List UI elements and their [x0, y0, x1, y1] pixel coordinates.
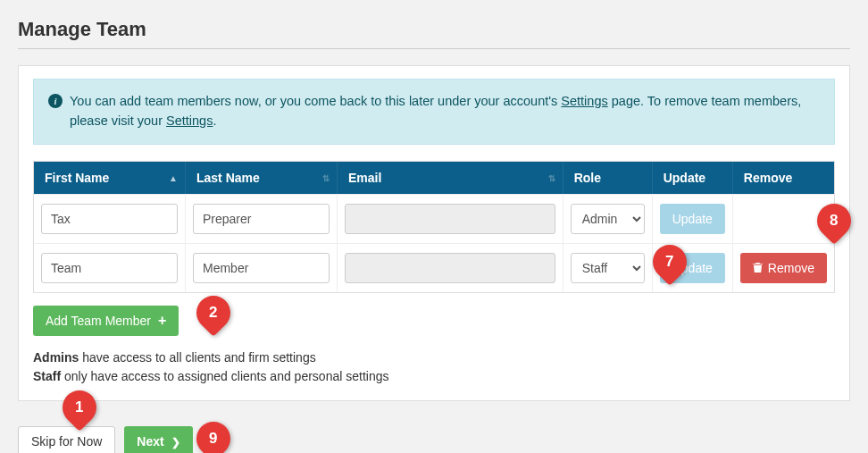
team-table: First Name▲ Last Name⇅ Email⇅ Role Updat… — [33, 161, 835, 293]
page-title: Manage Team — [18, 18, 850, 41]
table-row: Admin Staff Update — [34, 194, 834, 243]
last-name-input[interactable] — [193, 253, 330, 283]
skip-button[interactable]: Skip for Now — [18, 426, 115, 454]
alert-text-end: . — [213, 113, 216, 128]
role-select[interactable]: Admin Staff — [571, 253, 645, 283]
email-input[interactable] — [345, 204, 555, 234]
alert-text-prefix: You can add team members now, or you com… — [70, 94, 561, 108]
info-icon: i — [48, 94, 63, 108]
next-button-label: Next — [137, 434, 163, 449]
header-first-name-label: First Name — [45, 171, 109, 185]
chevron-right-icon — [170, 434, 180, 449]
header-email[interactable]: Email⇅ — [338, 162, 563, 194]
sort-icon: ⇅ — [548, 172, 555, 182]
remove-button[interactable]: Remove — [740, 253, 827, 283]
staff-desc: only have access to assigned clients and… — [61, 369, 388, 383]
settings-link-2[interactable]: Settings — [166, 113, 213, 128]
first-name-input[interactable] — [41, 204, 178, 234]
alert-text: You can add team members now, or you com… — [70, 92, 820, 131]
header-remove: Remove — [733, 162, 834, 194]
staff-label: Staff — [33, 369, 61, 383]
team-card: i You can add team members now, or you c… — [18, 65, 850, 401]
admins-desc: have access to all clients and firm sett… — [79, 350, 315, 365]
sort-icon: ⇅ — [322, 172, 330, 182]
title-divider — [18, 48, 850, 49]
header-update: Update — [653, 162, 733, 194]
plus-icon — [156, 313, 166, 329]
header-last-name[interactable]: Last Name⇅ — [186, 162, 338, 194]
next-button[interactable]: Next — [124, 426, 192, 454]
trash-icon — [753, 262, 763, 273]
sort-asc-icon: ▲ — [169, 172, 178, 182]
first-name-input[interactable] — [41, 253, 178, 283]
table-row: Admin Staff Update Remove — [34, 243, 834, 292]
role-descriptions: Admins have access to all clients and fi… — [33, 348, 835, 386]
last-name-input[interactable] — [193, 204, 330, 234]
update-button[interactable]: Update — [660, 204, 725, 234]
role-select[interactable]: Admin Staff — [571, 204, 645, 234]
header-role: Role — [563, 162, 653, 194]
add-team-member-label: Add Team Member — [46, 314, 151, 328]
email-input[interactable] — [345, 253, 555, 283]
header-first-name[interactable]: First Name▲ — [34, 162, 186, 194]
admins-label: Admins — [33, 350, 79, 365]
info-alert: i You can add team members now, or you c… — [33, 79, 835, 145]
settings-link[interactable]: Settings — [561, 94, 607, 108]
footer-actions: Skip for Now Next — [18, 426, 850, 454]
remove-button-label: Remove — [768, 261, 814, 275]
header-email-label: Email — [348, 171, 381, 185]
add-team-member-button[interactable]: Add Team Member — [33, 306, 179, 336]
header-last-name-label: Last Name — [196, 171, 260, 185]
